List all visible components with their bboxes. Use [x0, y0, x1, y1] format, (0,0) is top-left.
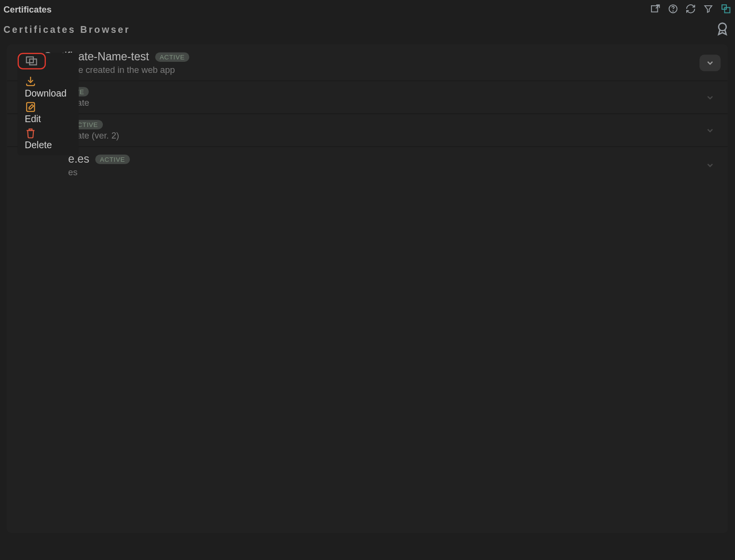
delete-icon: [25, 127, 36, 139]
status-badge: ACTIVE: [155, 52, 190, 61]
svg-point-2: [673, 11, 673, 11]
certificate-medal-icon: [715, 21, 730, 39]
svg-point-5: [719, 23, 726, 31]
svg-rect-4: [724, 8, 730, 13]
refresh-icon[interactable]: [685, 3, 696, 14]
certificate-row[interactable]: ACTIVE ficate (ver. 2): [7, 114, 728, 147]
expand-button[interactable]: [699, 55, 721, 71]
header: Certificates: [0, 0, 735, 18]
copy-icon-highlight[interactable]: [18, 53, 46, 70]
certificate-description: es: [68, 167, 129, 177]
edit-icon: [25, 101, 36, 112]
menu-label: Delete: [25, 140, 71, 151]
certificate-row[interactable]: e.es ACTIVE es: [7, 147, 728, 183]
menu-delete[interactable]: Delete: [18, 126, 79, 152]
export-icon[interactable]: [650, 3, 661, 14]
menu-download[interactable]: Download: [18, 74, 79, 100]
header-toolbar: [650, 3, 731, 14]
layout-icon[interactable]: [721, 3, 731, 14]
svg-rect-10: [27, 103, 34, 112]
context-menu: Download Edit Delete: [18, 53, 79, 155]
certificate-row[interactable]: IVE ficate: [7, 81, 728, 114]
menu-edit[interactable]: Edit: [18, 100, 79, 126]
expand-button[interactable]: [699, 157, 721, 173]
download-icon: [25, 75, 36, 87]
menu-label: Download: [25, 88, 71, 99]
certificate-row[interactable]: Certificate-Name-test ACTIVE Certificate…: [7, 45, 728, 82]
certificates-list: Certificate-Name-test ACTIVE Certificate…: [7, 45, 728, 533]
browser-title: Certificates Browser: [3, 25, 130, 35]
help-icon[interactable]: [668, 3, 679, 14]
filter-icon[interactable]: [703, 3, 714, 14]
status-badge: ACTIVE: [95, 154, 130, 164]
expand-button[interactable]: [699, 122, 721, 139]
menu-header: [18, 53, 79, 74]
certificate-icon: [14, 157, 36, 173]
subheader: Certificates Browser: [0, 18, 735, 45]
expand-button[interactable]: [699, 89, 721, 106]
menu-label: Edit: [25, 114, 71, 125]
page-title: Certificates: [3, 4, 52, 14]
svg-rect-0: [652, 6, 658, 12]
